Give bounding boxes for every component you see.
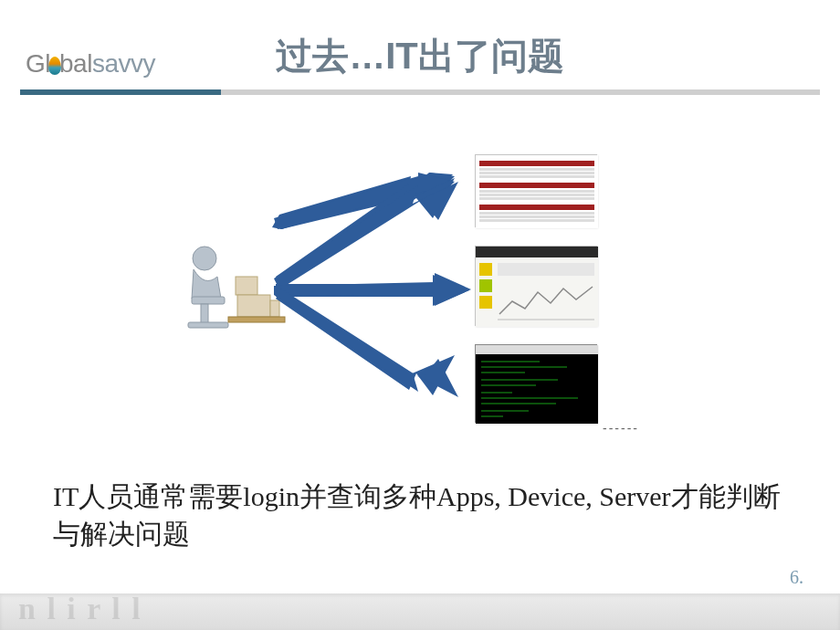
- svg-rect-1: [192, 297, 225, 304]
- divider: [20, 89, 820, 95]
- svg-rect-21: [479, 168, 594, 171]
- svg-rect-36: [479, 296, 492, 309]
- logo-text-savvy: savvy: [92, 49, 155, 78]
- svg-rect-22: [479, 172, 594, 174]
- svg-rect-23: [479, 175, 594, 178]
- monitoring-graph-icon: [476, 247, 598, 327]
- caption-text: IT人员通常需要login并查询多种Apps, Device, Server才能…: [53, 478, 785, 552]
- svg-rect-37: [498, 263, 594, 276]
- svg-rect-30: [479, 215, 594, 218]
- table-view-icon: [476, 155, 598, 228]
- page-number: 6.: [790, 567, 803, 588]
- logo-text-bal: bal: [59, 49, 92, 78]
- svg-rect-3: [188, 322, 228, 328]
- svg-rect-40: [476, 354, 598, 424]
- svg-rect-35: [479, 279, 492, 292]
- app-console: [475, 154, 597, 227]
- slide-header: Glbalsavvy 过去…IT出了问题: [0, 0, 840, 110]
- svg-marker-17: [435, 273, 471, 306]
- svg-rect-24: [479, 183, 594, 188]
- svg-marker-15: [274, 182, 458, 289]
- svg-rect-2: [201, 304, 208, 324]
- svg-rect-31: [479, 219, 594, 222]
- diagram: ------: [155, 151, 694, 443]
- svg-rect-28: [479, 205, 594, 210]
- watermark-icon: n l i r l l: [18, 592, 142, 626]
- svg-rect-26: [479, 194, 594, 196]
- footer-bar: n l i r l l: [0, 593, 840, 630]
- logo-text-gl: Gl: [26, 49, 50, 78]
- slide-title: 过去…IT出了问题: [276, 31, 564, 81]
- svg-point-0: [193, 247, 216, 270]
- svg-rect-29: [479, 212, 594, 215]
- svg-rect-25: [479, 190, 594, 193]
- svg-rect-5: [237, 295, 270, 317]
- globalsavvy-logo: Glbalsavvy: [26, 49, 155, 79]
- flame-icon: [48, 57, 61, 75]
- svg-marker-18: [274, 288, 458, 397]
- svg-rect-39: [476, 345, 598, 354]
- ellipsis-text: ------: [603, 421, 639, 436]
- arrows-icon: [272, 167, 473, 404]
- device-console: [475, 246, 597, 326]
- svg-rect-32: [476, 247, 598, 257]
- svg-rect-20: [479, 161, 594, 166]
- server-terminal: [475, 344, 597, 423]
- svg-rect-4: [236, 277, 257, 295]
- svg-rect-34: [479, 263, 492, 276]
- cli-terminal-icon: [476, 345, 598, 424]
- svg-rect-27: [479, 197, 594, 200]
- slide: Glbalsavvy 过去…IT出了问题: [0, 0, 840, 630]
